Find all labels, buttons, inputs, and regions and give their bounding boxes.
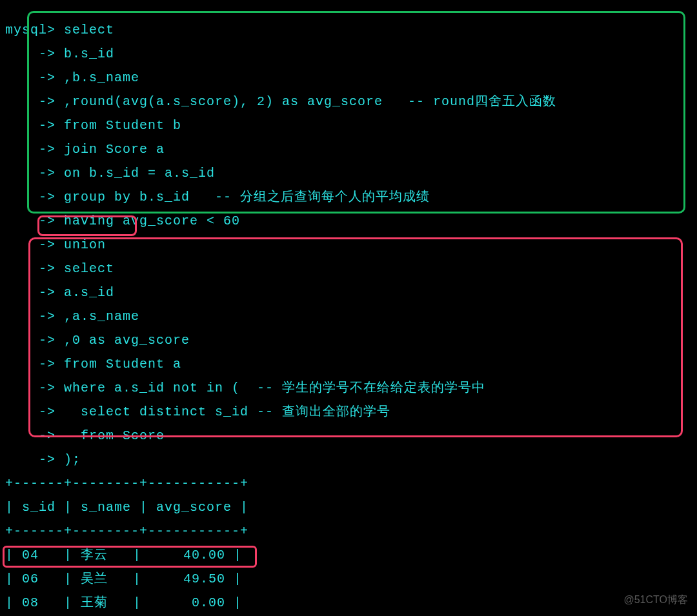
sql-line: -> a.s_id <box>5 281 692 304</box>
mysql-terminal[interactable]: mysql> select -> b.s_id -> ,b.s_name -> … <box>0 0 697 616</box>
sql-line: -> from Student a <box>5 352 692 376</box>
table-row: | 06 | 吴兰 | 49.50 | <box>5 567 692 591</box>
sql-line: -> select distinct s_id -- 查询出全部的学号 <box>5 400 692 424</box>
sql-line-union: -> union <box>5 233 692 257</box>
sql-line: -> b.s_id <box>5 42 692 66</box>
sql-line: -> ,b.s_name <box>5 66 692 90</box>
sql-line: -> ,round(avg(a.s_score), 2) as avg_scor… <box>5 90 692 114</box>
table-row: | 08 | 王菊 | 0.00 | <box>5 591 692 615</box>
sql-line: -> ); <box>5 448 692 472</box>
table-border: +------+--------+-----------+ <box>5 519 692 543</box>
sql-line: -> where a.s_id not in ( -- 学生的学号不在给给定表的… <box>5 376 692 400</box>
table-row: | 04 | 李云 | 40.00 | <box>5 543 692 567</box>
table-header: | s_id | s_name | avg_score | <box>5 495 692 519</box>
sql-line: -> from Student b <box>5 114 692 137</box>
sql-line: -> on b.s_id = a.s_id <box>5 161 692 185</box>
sql-line: -> from Score <box>5 424 692 448</box>
sql-line: -> having avg_score < 60 <box>5 209 692 233</box>
watermark-text: @51CTO博客 <box>623 593 688 607</box>
sql-line: -> group by b.s_id -- 分组之后查询每个人的平均成绩 <box>5 185 692 209</box>
sql-line: -> join Score a <box>5 137 692 161</box>
sql-line: -> select <box>5 257 692 281</box>
table-border: +------+--------+-----------+ <box>5 472 692 495</box>
sql-line: -> ,a.s_name <box>5 304 692 328</box>
sql-line: -> ,0 as avg_score <box>5 328 692 352</box>
sql-line: mysql> select <box>5 18 692 42</box>
